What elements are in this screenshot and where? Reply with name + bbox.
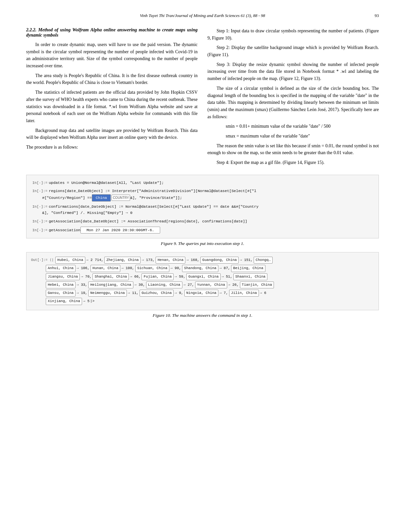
page-number: 93: [375, 13, 379, 18]
arrow-12: → 51,: [222, 274, 232, 280]
code-prompt-1: In[·]:=: [32, 180, 47, 186]
right-para-1: Step 1: Input data to draw circular symb…: [208, 27, 379, 41]
two-column-layout: 2.2.2. Method of using Wolfram Alpha onl…: [26, 27, 379, 169]
province-shaanxi: Shaanxi, China: [233, 273, 267, 280]
province-hunan: Hunan, China: [91, 265, 120, 272]
arrow-11: → 59,: [175, 274, 185, 280]
china-box: China: [92, 194, 111, 202]
code-text-3b: &], "Confirmed"] /. Missing["Empty"] → 0: [42, 210, 132, 216]
province-anhui: Anhui, China: [46, 265, 76, 272]
left-para-1: In order to create dynamic map, users wi…: [26, 41, 198, 70]
province-gansu: Gansu, China: [46, 290, 76, 297]
code-prompt-5: In[·]:=: [32, 227, 47, 234]
code-line-1: In[·]:= updates = Union@Normal@dataset[A…: [32, 180, 373, 186]
right-para-3: Step 3: Display the resize dynamic symbo…: [208, 61, 379, 82]
province-hubei: Hubei, China: [55, 257, 85, 264]
left-para-4: Background map data and satellite images…: [26, 127, 198, 141]
right-para-reason: The reason the smin value is set like th…: [208, 142, 379, 156]
arrow-15: → 27,: [183, 282, 194, 288]
province-tianjin: Tianjin, China: [240, 282, 274, 288]
output-row-4: Hebei, China → 33, Heilongjiang, China →…: [31, 281, 374, 289]
code-prompt-3: In[·]:=: [32, 204, 47, 210]
output-row-2: Anhui, China → 106, Hunan, China → 100, …: [31, 265, 374, 272]
arrow-14: → 30,: [134, 282, 145, 288]
province-liaoning: Liaoning, China: [146, 282, 182, 288]
province-xinjiang: Xinjiang, China: [46, 298, 82, 305]
output-row-5: Gansu, China → 19, Neimenggu, China → 11…: [31, 289, 374, 297]
province-guangdong: Guangdong, China: [200, 257, 239, 264]
right-para-step4: Step 4: Export the map as a gif file. (F…: [208, 159, 379, 166]
province-zhejiang: Zhejiang, China: [104, 257, 141, 264]
arrow-21: → 6: [260, 290, 266, 296]
arrow-19: → 9,: [175, 290, 183, 296]
province-ningxia: Ningxia, China: [184, 290, 218, 297]
arrow-8: → 87,: [219, 265, 230, 271]
arrow-1: → 2 714,: [86, 257, 104, 263]
arrow-10: → 66,: [130, 274, 141, 280]
arrow-3: → 168,: [186, 257, 199, 263]
code-prompt-2: In[·]:=: [32, 188, 47, 194]
province-jilin: Jilin, China: [229, 290, 259, 297]
arrow-4: → 151,: [240, 257, 253, 263]
code-line-4: In[·]:= getAssociation[date_DateObject] …: [32, 218, 373, 225]
figure9-caption: Figure 9. The queries put into execution…: [26, 241, 379, 246]
province-beijing: Beijing, China: [231, 265, 265, 272]
figure9-code-block: In[·]:= updates = Union@Normal@dataset[A…: [26, 175, 379, 238]
province-shanghai: Shanghai, China: [93, 273, 129, 280]
arrow-7: → 90,: [170, 265, 181, 271]
right-para-smax: smax = maximum value of the variable "da…: [217, 133, 379, 140]
code-line-5: In[·]:= getAssociation Mon 27 Jan 2020 2…: [32, 227, 373, 234]
left-column: 2.2.2. Method of using Wolfram Alpha onl…: [26, 27, 198, 169]
code-text-2b: #["Country/Region"] ==: [42, 195, 92, 201]
code-text-5: getAssociation: [49, 227, 80, 234]
code-line-2b: #["Country/Region"] == China COUNTRY &],…: [32, 194, 373, 202]
left-para-3: The statistics of infected patients are …: [26, 89, 198, 124]
province-heilong: Heilongjiang, China: [88, 282, 133, 288]
section-heading: 2.2.2. Method of using Wolfram Alpha onl…: [26, 27, 198, 38]
province-sichuan: Sichuan, China: [135, 265, 169, 272]
code-line-3b: &], "Confirmed"] /. Missing["Empty"] → 0: [32, 210, 373, 216]
province-shandong: Shandong, China: [182, 265, 218, 272]
arrow-20: → 7,: [219, 290, 228, 296]
right-para-smin: smin = 0.01+ minimum value of the variab…: [217, 123, 379, 130]
left-para-5: The procedure is as follows:: [26, 144, 198, 151]
out-prompt-1: Out[·]:= ⟨|: [31, 257, 54, 263]
arrow-16: → 26,: [228, 282, 239, 288]
code-text-2: regions[date_DateObject] := Interpreter[…: [49, 188, 256, 194]
province-fujian: Fujian, China: [142, 273, 174, 280]
province-guangxi: Guangxi, China: [186, 273, 220, 280]
code-text-4: getAssociation[date_DateObject] := Assoc…: [49, 218, 247, 225]
page: 93 Vinh Tuyet Thi Tran/Journal of Mining…: [0, 0, 405, 532]
right-column: Step 1: Input data to draw circular symb…: [208, 27, 379, 169]
left-para-2: The area study is People's Republic of C…: [26, 72, 198, 86]
output-row-6: Xinjiang, China → 5 |>: [31, 298, 374, 305]
arrow-5: → 106,: [76, 265, 90, 271]
province-jiangsu: Jiangsu, China: [46, 273, 80, 280]
code-line-3: In[·]:= confirmations[date_DateObject] :…: [32, 203, 373, 210]
right-para-4: The size of a circular symbol is defined…: [208, 85, 379, 120]
province-chong: Chongq…: [254, 257, 273, 264]
province-guizhou: Guizhou, China: [140, 290, 174, 297]
code-text-2c: &], "Province/State"]];: [130, 195, 182, 201]
right-para-2: Step 2: Display the satellite background…: [208, 44, 379, 58]
date-input-box: Mon 27 Jan 2020 20:30:00GMT-6.: [80, 227, 160, 234]
province-henan: Henan, China: [156, 257, 185, 264]
province-yunnan: Yunnan, China: [195, 282, 227, 288]
arrow-17: → 19,: [76, 290, 87, 296]
code-text-3: confirmations[date_DateObject] := Normal…: [49, 203, 259, 210]
province-hebei: Hebei, China: [46, 282, 76, 288]
output-row-1: Out[·]:= ⟨| Hubei, China → 2 714, Zhejia…: [31, 256, 374, 264]
code-line-2: In[·]:= regions[date_DateObject] := Inte…: [32, 188, 373, 194]
arrow-9: → 70,: [81, 274, 92, 280]
code-prompt-4: In[·]:=: [32, 218, 47, 225]
arrow-2: → 173,: [142, 257, 155, 263]
code-text-1: updates = Union@Normal@dataset[All, "Las…: [49, 180, 164, 186]
close-bracket: |>: [90, 298, 94, 304]
province-neimenggu: Neimenggu, China: [88, 290, 127, 297]
arrow-18: → 11,: [128, 290, 139, 296]
arrow-22: → 5: [83, 298, 90, 304]
output-row-3: Jiangsu, China → 70, Shanghai, China → 6…: [31, 273, 374, 281]
arrow-13: → 33,: [76, 282, 87, 288]
figure10-output-block: Out[·]:= ⟨| Hubei, China → 2 714, Zhejia…: [26, 252, 379, 310]
figure10-caption: Figure 10. The machine answers the comma…: [26, 313, 379, 318]
